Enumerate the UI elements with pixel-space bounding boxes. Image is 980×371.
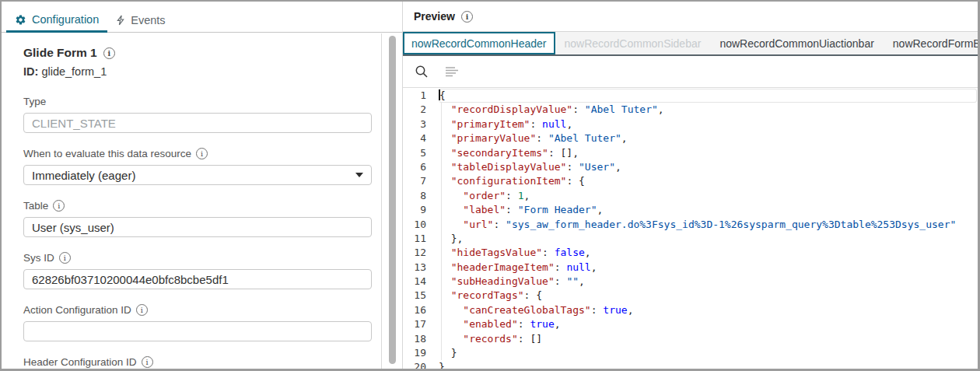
field-type: Type — [23, 96, 371, 133]
code-token: : { — [524, 289, 542, 301]
info-icon[interactable]: i — [142, 356, 153, 368]
line-number: 19 — [403, 346, 426, 360]
code-token: : [], — [548, 147, 579, 159]
preview-pane: Preview i nowRecordCommonHeader nowRecor… — [402, 2, 978, 369]
tab-events[interactable]: Events — [107, 9, 173, 32]
app-window: Configuration Events Glide Form 1 i ID: … — [0, 0, 980, 371]
code-token: "Abel Tuter" — [585, 103, 658, 115]
tab-nowrecordcommonuiactionbar[interactable]: nowRecordCommonUiactionbar — [710, 32, 883, 54]
code-token: "tableDisplayValue" — [451, 161, 567, 173]
line-number: 6 — [403, 160, 426, 174]
preview-title: Preview — [414, 10, 455, 23]
line-number: 17 — [403, 317, 426, 331]
info-icon[interactable]: i — [136, 304, 148, 316]
preview-header: Preview i — [403, 2, 978, 32]
code-token: : — [555, 275, 567, 287]
configuration-pane: Configuration Events Glide Form 1 i ID: … — [2, 2, 402, 369]
form-id-value: glide_form_1 — [41, 65, 107, 78]
line-number: 20 — [403, 360, 426, 369]
line-number: 11 — [403, 232, 426, 246]
field-sys-id-label: Sys ID — [23, 252, 54, 264]
code-line[interactable]: } — [439, 360, 977, 369]
json-code-editor[interactable]: 1234567891011121314151617181920 { "recor… — [403, 87, 978, 369]
form-id-label: ID: — [23, 65, 38, 78]
code-token: "enabled" — [463, 318, 517, 330]
sys-id-input[interactable] — [23, 269, 372, 289]
info-icon[interactable]: i — [103, 47, 115, 59]
code-token: "configurationItem" — [451, 175, 567, 187]
code-line[interactable]: "tableDisplayValue": "User", — [439, 160, 977, 174]
format-align-icon[interactable] — [445, 65, 459, 78]
tab-nowrecordformblob[interactable]: nowRecordFormBlob — [884, 32, 980, 54]
tab-label: nowRecordCommonSidebar — [565, 37, 702, 50]
tab-label: nowRecordCommonUiactionbar — [719, 37, 873, 50]
code-line[interactable]: } — [439, 346, 977, 360]
code-token: { — [439, 89, 446, 101]
code-line[interactable]: "recordDisplayValue": "Abel Tuter", — [439, 103, 977, 117]
code-token: "Form Header" — [518, 204, 597, 215]
code-token: : [] — [518, 333, 542, 345]
code-token: null — [542, 118, 566, 130]
info-icon[interactable]: i — [59, 252, 71, 264]
tab-nowrecordcommonsidebar[interactable]: nowRecordCommonSidebar — [555, 32, 711, 54]
field-evaluate-label: When to evaluate this data resource — [23, 148, 191, 159]
line-number: 14 — [403, 275, 426, 289]
code-token: , — [658, 103, 664, 115]
code-token: : — [591, 304, 604, 316]
code-token: , — [621, 132, 628, 144]
code-line[interactable]: "records": [] — [439, 332, 977, 346]
code-token: : — [530, 118, 542, 130]
lightning-icon — [116, 15, 125, 26]
code-line[interactable]: "order": 1, — [439, 189, 977, 203]
code-token: , — [591, 261, 597, 273]
code-line[interactable]: "subHeadingValue": "", — [439, 275, 977, 289]
tab-nowrecordcommonheader[interactable]: nowRecordCommonHeader — [403, 32, 555, 54]
code-token: : — [555, 261, 567, 273]
preview-tab-bar: nowRecordCommonHeader nowRecordCommonSid… — [403, 32, 978, 56]
left-pane-scrollbar[interactable] — [389, 36, 396, 364]
line-number: 16 — [403, 303, 426, 317]
code-line[interactable]: "configurationItem": { — [439, 174, 977, 188]
code-token: , — [585, 247, 591, 258]
code-token: : — [542, 247, 555, 258]
tab-configuration-label: Configuration — [32, 13, 99, 26]
field-header-config-id-label: Header Configuration ID — [23, 356, 137, 368]
editor-gutter: 1234567891011121314151617181920 — [403, 89, 426, 369]
code-line[interactable]: "url": "sys_aw_form_header.do%3Fsys_id%3… — [439, 218, 977, 232]
code-line[interactable]: "primaryValue": "Abel Tuter", — [439, 131, 977, 145]
code-line[interactable]: }, — [439, 232, 977, 246]
form-title: Glide Form 1 — [23, 46, 97, 60]
info-icon[interactable]: i — [196, 148, 208, 159]
code-line[interactable]: "primaryItem": null, — [439, 117, 977, 131]
code-line[interactable]: "hideTagsValue": false, — [439, 246, 977, 260]
code-line[interactable]: "canCreateGlobalTags": true, — [439, 303, 977, 317]
line-number: 18 — [403, 332, 426, 346]
code-token: "order" — [463, 190, 506, 201]
line-number: 9 — [403, 203, 426, 217]
search-icon[interactable] — [415, 65, 429, 79]
code-token: , — [524, 190, 530, 201]
info-icon[interactable]: i — [461, 11, 473, 23]
tab-label: nowRecordFormBlob — [893, 37, 980, 50]
code-line[interactable]: { — [439, 89, 977, 103]
code-token: "primaryValue" — [451, 132, 537, 144]
action-config-id-input[interactable] — [23, 321, 372, 341]
info-icon[interactable]: i — [53, 200, 65, 212]
line-number: 12 — [403, 246, 426, 260]
code-line[interactable]: "headerImageItem": null, — [439, 261, 977, 275]
left-tab-bar: Configuration Events — [2, 9, 402, 33]
table-input[interactable] — [23, 217, 372, 237]
code-line[interactable]: "enabled": true, — [439, 317, 977, 331]
code-line[interactable]: "label": "Form Header", — [439, 203, 977, 217]
field-table-label: Table — [23, 200, 48, 212]
evaluate-select-value: Immediately (eager) — [32, 169, 135, 182]
code-token: "label" — [463, 204, 506, 215]
type-input — [23, 113, 372, 133]
line-number: 2 — [403, 103, 426, 117]
code-line[interactable]: "secondaryItems": [], — [439, 146, 977, 160]
code-token: "hideTagsValue" — [451, 247, 542, 258]
evaluate-select[interactable]: Immediately (eager) — [23, 165, 372, 185]
line-number: 10 — [403, 218, 426, 232]
tab-configuration[interactable]: Configuration — [6, 9, 107, 33]
code-line[interactable]: "recordTags": { — [439, 289, 977, 303]
